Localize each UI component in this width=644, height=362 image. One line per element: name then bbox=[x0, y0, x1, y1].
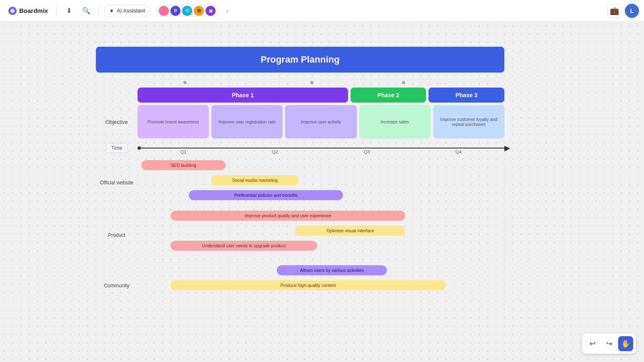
tool-tab-5[interactable]: ▣ bbox=[205, 6, 216, 16]
ai-assistant-label: AI Assistant bbox=[117, 8, 145, 14]
download-icon: ⬇ bbox=[66, 7, 72, 15]
undo-icon: ↩ bbox=[589, 339, 596, 348]
objective-card-4: Increase sales bbox=[359, 105, 431, 138]
collapse-button[interactable]: ‹ bbox=[222, 6, 232, 16]
canvas[interactable]: Program Planning Phase 1 Phase 2 Phase 3… bbox=[0, 22, 644, 362]
gantt-bars-official-website: SEO building Social media marketing Pref… bbox=[138, 158, 504, 208]
phase-1-header: Phase 1 bbox=[138, 88, 348, 103]
gantt-section: Official website SEO building Social med… bbox=[96, 158, 504, 309]
gantt-bars-community: Attract users by various activities Prod… bbox=[138, 263, 504, 309]
logo-icon bbox=[8, 7, 17, 15]
objective-label: Objective bbox=[96, 105, 138, 138]
phase-3-header: Phase 3 bbox=[428, 88, 504, 103]
quarter-q1: Q1 bbox=[138, 149, 229, 154]
search-button[interactable]: 🔍 bbox=[79, 4, 93, 18]
tool-tab-4[interactable]: ⊞ bbox=[194, 6, 204, 16]
bottom-toolbar: ↩ ↪ ✋ bbox=[582, 334, 636, 354]
bar-social-media-marketing: Social media marketing bbox=[211, 175, 299, 185]
app-name: Boardmix bbox=[19, 7, 48, 14]
gantt-row-official-website: Official website SEO building Social med… bbox=[96, 158, 504, 208]
gantt-row-product: Product Improve product quality and user… bbox=[96, 208, 504, 263]
gantt-bars-product: Improve product quality and user experie… bbox=[138, 208, 504, 262]
briefcase-button[interactable]: 💼 bbox=[607, 4, 621, 18]
gantt-label-official-website: Official website bbox=[96, 158, 138, 208]
briefcase-icon: 💼 bbox=[610, 6, 619, 15]
bar-attract-users: Attract users by various activities bbox=[277, 265, 387, 275]
topbar-right: 💼 L bbox=[607, 4, 639, 18]
bar-preferential-policies: Preferential policies and benefits bbox=[189, 190, 343, 200]
tool-tabs: P ⟲ ⊞ ▣ bbox=[155, 4, 219, 18]
bar-seo-building: SEO building bbox=[141, 160, 226, 170]
download-button[interactable]: ⬇ bbox=[62, 4, 76, 18]
hand-icon: ✋ bbox=[621, 339, 630, 348]
svg-point-0 bbox=[10, 9, 15, 13]
objective-card-5: Improve customer loyalty and repeat purc… bbox=[433, 105, 504, 138]
topbar: Boardmix ⬇ 🔍 ✦ AI Assistant P ⟲ ⊞ ▣ ‹ 💼 … bbox=[0, 0, 644, 22]
program-planning-board: Program Planning Phase 1 Phase 2 Phase 3… bbox=[96, 47, 504, 309]
time-label: Time bbox=[106, 143, 128, 153]
gantt-label-community: Community bbox=[96, 263, 138, 309]
quarter-q4: Q4 bbox=[413, 149, 504, 154]
gantt-row-community: Community Attract users by various activ… bbox=[96, 263, 504, 309]
redo-button[interactable]: ↪ bbox=[601, 336, 616, 351]
bar-understand-user-needs: Understand user needs to upgrade product bbox=[170, 241, 317, 251]
ai-assistant-button[interactable]: ✦ AI Assistant bbox=[104, 5, 150, 17]
board-title: Program Planning bbox=[261, 54, 339, 65]
divider-1 bbox=[56, 5, 57, 17]
objective-card-1: Promote brand awareness bbox=[138, 105, 209, 138]
undo-button[interactable]: ↩ bbox=[585, 336, 600, 351]
quarter-q3: Q3 bbox=[321, 149, 413, 154]
tool-tab-2[interactable]: P bbox=[170, 6, 180, 16]
phase-2-header: Phase 2 bbox=[351, 88, 426, 103]
ai-icon: ✦ bbox=[109, 8, 114, 14]
gantt-label-product: Product bbox=[96, 208, 138, 262]
divider-2 bbox=[98, 5, 99, 17]
search-icon: 🔍 bbox=[82, 7, 90, 15]
avatar[interactable]: L bbox=[625, 4, 639, 18]
quarter-q2: Q2 bbox=[229, 149, 321, 154]
tool-tab-3[interactable]: ⟲ bbox=[182, 6, 192, 16]
time-row: Time ▶ Q1 Q2 Q3 Q4 bbox=[96, 142, 504, 154]
objective-card-3: Improve user activity bbox=[285, 105, 356, 138]
bar-optimize-visual: Optimize visual interface bbox=[295, 226, 405, 236]
redo-icon: ↪ bbox=[606, 339, 612, 348]
objective-card-2: Improve user registration rate bbox=[211, 105, 283, 138]
objective-row: Objective Promote brand awareness Improv… bbox=[96, 105, 504, 138]
tool-tab-1[interactable] bbox=[159, 6, 169, 16]
bar-produce-content: Produce high-quality content bbox=[170, 280, 446, 290]
board-header: Program Planning bbox=[96, 47, 504, 73]
hand-tool-button[interactable]: ✋ bbox=[618, 336, 633, 351]
app-logo[interactable]: Boardmix bbox=[5, 7, 51, 15]
bar-improve-product-quality: Improve product quality and user experie… bbox=[170, 211, 405, 221]
